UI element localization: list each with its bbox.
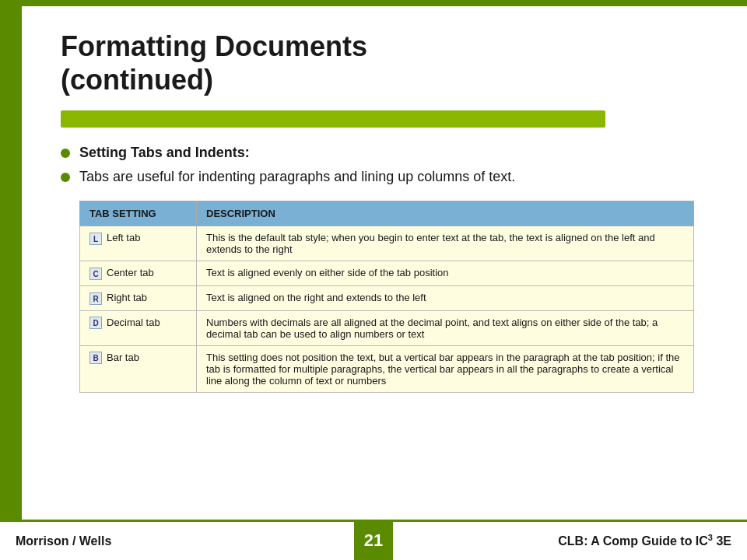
green-divider-bar [61,110,605,128]
footer-bar: Morrison / Wells 21 CLB: A Comp Guide to… [0,520,747,560]
table-row: DDecimal tabNumbers with decimals are al… [80,310,694,345]
left-sidebar: Lesson 13 [0,0,22,560]
tab-icon: C [89,268,102,280]
lesson-label-wrap: Lesson 13 [0,0,22,513]
tab-settings-table: TAB SETTING DESCRIPTION LLeft tabThis is… [79,201,694,392]
table-row: RRight tabText is aligned on the right a… [80,285,694,310]
tab-name-cell: RRight tab [80,285,197,310]
tab-name-cell: LLeft tab [80,226,197,261]
slide-number: 21 [354,521,393,560]
bullet-dot-1 [61,149,70,158]
tab-icon: D [89,317,102,329]
bullet-item-1: Setting Tabs and Indents: [61,145,708,161]
tab-name-cell: BBar tab [80,345,197,392]
table-row: BBar tabThis setting does not position t… [80,345,694,392]
table-header-tab-setting: TAB SETTING [80,201,197,226]
title-line1: Formatting Documents [61,30,367,62]
tab-name-cell: DDecimal tab [80,310,197,345]
table-header-row: TAB SETTING DESCRIPTION [80,201,694,226]
bullet-text-1: Setting Tabs and Indents: [79,145,250,161]
tab-description-cell: Numbers with decimals are all aligned at… [197,310,694,345]
footer-right: CLB: A Comp Guide to IC3 3E [558,533,731,548]
footer-right-text2: 3E [713,535,731,548]
tab-name-cell: CCenter tab [80,261,197,286]
footer-left: Morrison / Wells [16,534,111,548]
bullets-section: Setting Tabs and Indents: Tabs are usefu… [61,145,708,185]
title-line2: (continued) [61,64,213,96]
footer-right-text1: CLB: A Comp Guide to IC [558,535,708,548]
bullet-dot-2 [61,173,70,182]
tab-description-cell: Text is aligned on the right and extends… [197,285,694,310]
bullet-bold-1: Setting Tabs and Indents: [79,145,250,160]
tab-description-cell: This setting does not position the text,… [197,345,694,392]
table-row: CCenter tabText is aligned evenly on eit… [80,261,694,286]
tab-icon: B [89,352,102,364]
tab-description-cell: Text is aligned evenly on either side of… [197,261,694,286]
bullet-item-2: Tabs are useful for indenting paragraphs… [61,169,708,185]
table-header-description: DESCRIPTION [197,201,694,226]
bullet-text-2: Tabs are useful for indenting paragraphs… [79,169,515,185]
top-accent-bar [22,0,747,6]
tab-icon: L [89,233,102,245]
tab-description-cell: This is the default tab style; when you … [197,226,694,261]
table-row: LLeft tabThis is the default tab style; … [80,226,694,261]
tab-icon: R [89,292,102,305]
main-content: Formatting Documents (continued) Setting… [22,6,747,520]
slide-title: Formatting Documents (continued) [61,30,708,96]
